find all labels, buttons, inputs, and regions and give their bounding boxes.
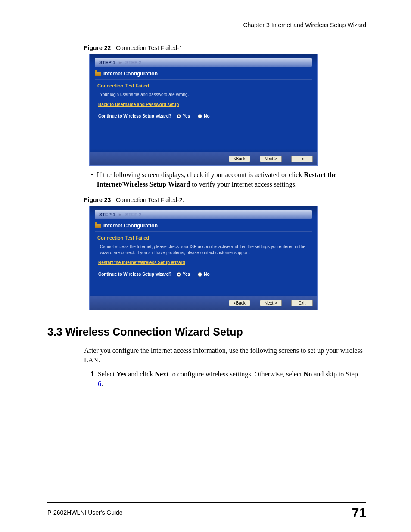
- next-button-2[interactable]: Next >: [260, 300, 282, 306]
- restart-link[interactable]: Restart the Internet/Wireless Setup Wiza…: [98, 260, 309, 265]
- radio-no[interactable]: [198, 114, 202, 118]
- step-bar: STEP 1 ▶ STEP 2: [95, 58, 312, 67]
- folder-icon-2: [95, 224, 101, 228]
- back-button[interactable]: <Back: [229, 156, 250, 162]
- list-item-1-num: 1: [84, 370, 94, 388]
- failed-msg: Your login username and password are wro…: [100, 92, 309, 98]
- page-footer: P-2602HWLNI User's Guide 71: [47, 502, 366, 520]
- step-6-link[interactable]: 6: [98, 380, 101, 387]
- bullet-1: • If the following screen displays, chec…: [89, 170, 365, 189]
- section-title-text: Internet Configuration: [103, 71, 158, 77]
- back-link[interactable]: Back to Username and Password setup: [98, 102, 309, 107]
- section-title-text-2: Internet Configuration: [103, 223, 158, 229]
- chapter-header: Chapter 3 Internet and Wireless Setup Wi…: [47, 22, 366, 32]
- li1-b3: No: [304, 370, 312, 378]
- figure-22-title: Connection Test Failed-1: [116, 44, 183, 51]
- section-3-3-intro: After you configure the Internet access …: [84, 346, 364, 364]
- bullet-1-post: to verify your Internet access settings.: [190, 180, 296, 188]
- continue-label: Continue to Wireless Setup wizard?: [98, 114, 171, 118]
- footer-guide: P-2602HWLNI User's Guide: [47, 509, 123, 516]
- list-item-1: 1 Select Yes and click Next to configure…: [84, 370, 364, 388]
- exit-button[interactable]: Exit: [291, 156, 313, 162]
- section-title-2: Internet Configuration: [95, 222, 312, 232]
- step-bar-2: STEP 1 ▶ STEP 2: [95, 210, 312, 219]
- bullet-1-text: If the following screen displays, check …: [97, 170, 365, 189]
- list-item-1-text: Select Yes and click Next to configure w…: [98, 370, 364, 388]
- radio-yes-label: Yes: [183, 114, 190, 118]
- continue-label-2: Continue to Wireless Setup wizard?: [98, 272, 171, 277]
- section-3-3-heading: 3.3 Wireless Connection Wizard Setup: [47, 326, 366, 338]
- failed-title: Connection Test Failed: [97, 83, 309, 88]
- figure-22-label: Figure 22: [84, 44, 111, 51]
- step-2-tab: STEP 2: [125, 60, 142, 65]
- li1-pre: Select: [98, 370, 116, 378]
- figure-23-label: Figure 23: [84, 196, 111, 203]
- section-title: Internet Configuration: [95, 70, 312, 80]
- li1-m1: and click: [126, 370, 155, 378]
- exit-button-2[interactable]: Exit: [291, 300, 313, 306]
- continue-radio-row-2: Continue to Wireless Setup wizard? Yes N…: [98, 272, 309, 277]
- step-arrow-icon: ▶: [119, 60, 122, 65]
- folder-icon: [95, 72, 101, 76]
- step-2-tab-2: STEP 2: [125, 212, 142, 217]
- screen-body-2: Connection Test Failed Cannot access the…: [90, 233, 317, 296]
- li1-m3: and skip to Step: [312, 370, 358, 378]
- failed-title-2: Connection Test Failed: [97, 235, 309, 240]
- screen-body: Connection Test Failed Your login userna…: [90, 81, 317, 152]
- step-arrow-icon-2: ▶: [119, 212, 122, 217]
- figure-22-caption: Figure 22 Connection Test Failed-1: [84, 44, 366, 51]
- radio-yes-2[interactable]: [177, 272, 181, 277]
- bullet-1-pre: If the following screen displays, check …: [97, 171, 304, 178]
- figure-23-title: Connection Test Failed-2.: [116, 196, 184, 203]
- li1-b2: Next: [155, 370, 168, 378]
- radio-yes-label-2: Yes: [183, 272, 190, 277]
- step-1-tab: STEP 1: [99, 60, 115, 65]
- step-1-tab-2: STEP 1: [99, 212, 115, 217]
- back-button-2[interactable]: <Back: [229, 300, 250, 306]
- screen-footer: <Back Next > Exit: [90, 152, 317, 165]
- radio-yes[interactable]: [177, 114, 181, 118]
- footer-page-num: 71: [352, 505, 366, 520]
- radio-no-2[interactable]: [198, 272, 202, 277]
- continue-radio-row: Continue to Wireless Setup wizard? Yes N…: [98, 114, 309, 118]
- li1-b1: Yes: [116, 370, 126, 378]
- next-button[interactable]: Next >: [260, 156, 282, 162]
- screen-footer-2: <Back Next > Exit: [90, 296, 317, 310]
- figure-22-screen: STEP 1 ▶ STEP 2 Internet Configuration C…: [89, 54, 318, 166]
- failed-msg-2: Cannot access the Internet, please check…: [100, 244, 309, 256]
- figure-23-screen: STEP 1 ▶ STEP 2 Internet Configuration C…: [89, 206, 318, 310]
- radio-no-label: No: [204, 114, 209, 118]
- bullet-icon: •: [91, 170, 93, 189]
- li1-m2: to configure wireless settings. Otherwis…: [168, 370, 303, 378]
- figure-23-caption: Figure 23 Connection Test Failed-2.: [84, 196, 366, 203]
- li1-tail: .: [101, 380, 103, 387]
- radio-no-label-2: No: [204, 272, 209, 277]
